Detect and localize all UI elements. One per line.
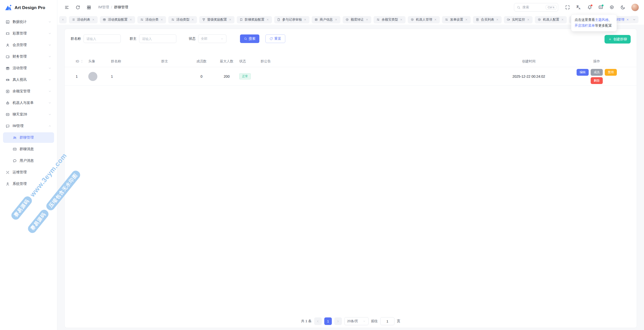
topbar-menu-link[interactable]: 开启顶栏菜单 xyxy=(575,24,595,27)
sidebar-item-label: 余额宝管理 xyxy=(13,89,30,94)
close-icon[interactable] xyxy=(465,18,468,21)
close-icon[interactable] xyxy=(266,18,269,21)
tab-8[interactable]: 商户信息 xyxy=(312,16,340,23)
sidebar-item-3[interactable]: 财务管理 xyxy=(3,51,54,62)
sidebar-item-0[interactable]: 数据统计 xyxy=(3,17,54,27)
language-button[interactable]: 文A xyxy=(574,3,583,12)
sort-icon[interactable] xyxy=(80,59,84,63)
user-avatar[interactable] xyxy=(631,4,639,11)
close-icon[interactable] xyxy=(92,18,95,21)
tab-9[interactable]: 额度转让 xyxy=(343,16,371,23)
page-number-active[interactable]: 1 xyxy=(324,317,332,325)
global-search-input[interactable]: 搜索 Ctrl k xyxy=(514,3,558,12)
sidebar-item-6[interactable]: 余额宝管理 xyxy=(3,86,54,97)
sidebar-item-10[interactable]: 运维管理 xyxy=(3,167,54,178)
goto-page-input[interactable] xyxy=(380,317,394,325)
tab-12[interactable]: 发单设置 xyxy=(442,16,471,23)
column-members: 成员数 xyxy=(189,59,214,64)
sidebar-subitem-1[interactable]: 群聊消息 xyxy=(3,144,54,154)
tab-10[interactable]: 余额宝类型 xyxy=(374,16,406,23)
tab-label: 活动列表 xyxy=(77,17,90,22)
sidebar-item-2[interactable]: 会员管理 xyxy=(3,40,54,50)
refresh-page-button[interactable] xyxy=(73,3,82,12)
tab-14[interactable]: 实时监控 xyxy=(504,16,533,23)
sidebar-item-8[interactable]: 聊天室28 xyxy=(3,109,54,120)
notifications-button[interactable] xyxy=(585,3,594,12)
settings-button[interactable] xyxy=(607,3,617,12)
action-delete-button[interactable]: 删除 xyxy=(591,77,603,84)
tab-13[interactable]: 合买列表 xyxy=(473,16,502,23)
sidebar-item-label: 数据统计 xyxy=(13,20,27,24)
tab-2[interactable]: 活动奖励配置 xyxy=(100,16,135,23)
action-edit-button[interactable]: 编辑 xyxy=(577,69,589,76)
tab-11[interactable]: 机器人管理 xyxy=(408,16,440,23)
cell-avatar xyxy=(88,72,111,81)
sidebar-item-11[interactable]: 系统管理 xyxy=(3,179,54,189)
column-notice: 群公告 xyxy=(261,59,495,64)
close-icon[interactable] xyxy=(304,18,307,21)
close-icon[interactable] xyxy=(366,18,369,21)
tab-label: 机器人管理 xyxy=(416,17,432,22)
sidebar-item-5[interactable]: 真人视讯 xyxy=(3,74,54,85)
group-owner-input[interactable] xyxy=(139,34,176,43)
next-page-button[interactable] xyxy=(334,317,342,325)
close-icon[interactable] xyxy=(335,18,338,21)
money-icon xyxy=(6,89,10,94)
reset-button[interactable]: 重置 xyxy=(265,34,285,43)
dark-mode-button[interactable] xyxy=(618,3,628,12)
action-members-button[interactable]: 成员 xyxy=(591,69,603,76)
search-placeholder: 搜索 xyxy=(522,5,544,10)
create-group-label: 创建群聊 xyxy=(613,37,627,42)
close-icon[interactable] xyxy=(61,18,64,21)
apps-grid-button[interactable] xyxy=(85,3,93,12)
close-icon[interactable] xyxy=(229,18,232,21)
gear-icon xyxy=(609,5,614,10)
tab-1[interactable]: 活动列表 xyxy=(69,16,98,23)
page-size-select[interactable]: 20条/页 xyxy=(344,317,369,325)
translate-icon: 文A xyxy=(576,5,581,10)
close-icon[interactable] xyxy=(191,18,194,21)
theme-style-link[interactable]: 主题风格 xyxy=(595,18,609,22)
messages-button[interactable] xyxy=(596,3,606,12)
tab-7[interactable]: 参与记录审核 xyxy=(274,16,309,23)
group-name-input[interactable] xyxy=(84,34,121,43)
goto-label: 前往 xyxy=(371,319,378,323)
status-select-value: 全部 xyxy=(201,36,208,41)
column-label: 创建时间 xyxy=(522,59,536,64)
chevron-left-icon xyxy=(316,320,319,323)
sidebar-item-7[interactable]: 机器人与发单 xyxy=(3,98,54,108)
tab-5[interactable]: 晋级奖励配置 xyxy=(199,16,234,23)
breadcrumb-section[interactable]: IM管理 xyxy=(98,5,109,10)
tabs-overflow-button[interactable] xyxy=(630,16,638,23)
column-actions: 操作 xyxy=(563,59,631,64)
tab-6[interactable]: 阶梯奖励配置 xyxy=(237,16,272,23)
close-icon[interactable] xyxy=(527,18,530,21)
tab-3[interactable]: 活动分类 xyxy=(137,16,166,23)
close-icon[interactable] xyxy=(129,18,132,21)
sidebar-item-9[interactable]: IM管理 xyxy=(3,121,54,131)
close-icon[interactable] xyxy=(160,18,163,21)
sidebar-subitem-2[interactable]: 用户消息 xyxy=(3,155,54,166)
fullscreen-button[interactable] xyxy=(563,3,572,12)
prev-page-button[interactable] xyxy=(314,317,322,325)
close-icon[interactable] xyxy=(561,18,564,21)
create-group-button[interactable]: 创建群聊 xyxy=(605,35,631,44)
fullscreen-icon xyxy=(565,5,570,10)
search-button[interactable]: 搜索 xyxy=(240,34,259,43)
sidebar-subitem-0[interactable]: 群聊管理 xyxy=(3,132,54,143)
logo[interactable]: Art Design Pro xyxy=(0,0,57,15)
close-icon[interactable] xyxy=(626,18,629,21)
close-icon[interactable] xyxy=(434,18,437,21)
tab-15[interactable]: 机器人配置 xyxy=(535,16,567,23)
status-select[interactable]: 全部 xyxy=(198,34,226,43)
action-disable-button[interactable]: 禁用 xyxy=(605,69,617,76)
close-icon[interactable] xyxy=(400,18,403,21)
sidebar-item-4[interactable]: 活动管理 xyxy=(3,63,54,73)
tab-label: 额度转让 xyxy=(351,17,364,22)
collapse-sidebar-button[interactable] xyxy=(62,3,71,12)
sidebar-item-1[interactable]: 彩票管理 xyxy=(3,28,54,39)
close-icon[interactable] xyxy=(496,18,499,21)
chevron-down-icon xyxy=(632,18,636,21)
tab-4[interactable]: 活动类型 xyxy=(168,16,197,23)
tab-partial[interactable] xyxy=(59,16,67,23)
